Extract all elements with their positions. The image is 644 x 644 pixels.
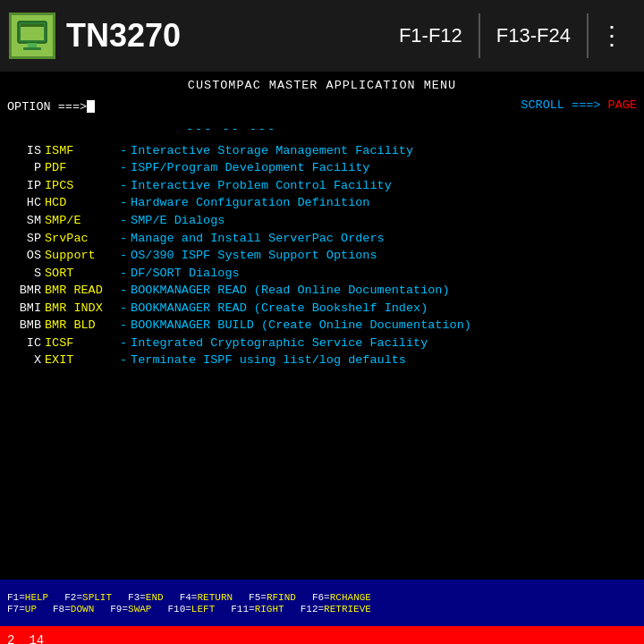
menu-row-cmd: HCD [45, 194, 116, 212]
menu-row-desc: Terminate ISPF using list/log defaults [131, 352, 406, 369]
menu-row-dash: - [120, 159, 127, 177]
menu-row-opt: IS [7, 142, 41, 160]
menu-row-opt: P [7, 159, 41, 177]
fkey-item[interactable]: F10=LEFT [167, 604, 215, 614]
menu-row-cmd: EXIT [45, 352, 116, 369]
menu-row: BMRBMR READ-BOOKMANAGER READ (Read Onlin… [7, 282, 637, 300]
terminal-area: CUSTOMPAC MASTER APPLICATION MENU OPTION… [0, 72, 644, 580]
menu-row: OSSupport-OS/390 ISPF System Support Opt… [7, 247, 637, 265]
fkey-item[interactable]: F1=HELP [7, 592, 48, 603]
menu-row-dash: - [120, 335, 127, 352]
option-prompt-line: OPTION ===> [7, 98, 95, 116]
menu-row-cmd: ICSF [45, 335, 116, 352]
f13f24-button[interactable]: F13-F24 [480, 19, 587, 53]
fkey-item[interactable]: F4=RETURN [180, 592, 233, 603]
scroll-value: PAGE [608, 98, 637, 112]
menu-row-opt: SM [7, 212, 41, 230]
menu-row: ICICSF-Integrated Cryptographic Service … [7, 335, 637, 352]
menu-row-desc: ISPF/Program Development Facility [131, 159, 369, 177]
menu-row-opt: OS [7, 247, 41, 265]
menu-row-dash: - [120, 177, 127, 195]
menu-row-desc: Hardware Configuration Definition [131, 194, 369, 212]
menu-row-cmd: BMR READ [45, 282, 116, 300]
fkey-row1: F1=HELPF2=SPLITF3=ENDF4=RETURNF5=RFINDF6… [7, 592, 637, 603]
fkey-item[interactable]: F3=END [128, 592, 164, 603]
menu-row-cmd: ISMF [45, 142, 116, 160]
status-item-1: 2 [7, 633, 14, 644]
fkey-item[interactable]: F5=RFIND [249, 592, 296, 603]
fkey-item[interactable]: F7=UP [7, 604, 37, 614]
menu-row-desc: OS/390 ISPF System Support Options [131, 247, 377, 265]
scroll-line: SCROLL ===> PAGE [521, 97, 637, 114]
fkey-item[interactable]: F6=RCHANGE [312, 592, 371, 603]
svg-rect-3 [28, 43, 37, 47]
status-bar: 2 14 [0, 626, 644, 644]
menu-row-cmd: SrvPac [45, 230, 116, 248]
menu-row: BMIBMR INDX-BOOKMANAGER READ (Create Boo… [7, 300, 637, 318]
menu-row-opt: BMB [7, 317, 41, 335]
menu-row-cmd: BMR BLD [45, 317, 116, 335]
menu-row-dash: - [120, 194, 127, 212]
dashes-line: --- -- --- [7, 121, 637, 139]
menu-row-desc: Interactive Problem Control Facility [131, 177, 392, 195]
menu-row-desc: DF/SORT Dialogs [131, 265, 240, 283]
menu-row-opt: SP [7, 230, 41, 248]
menu-row-dash: - [120, 142, 127, 160]
svg-rect-4 [23, 47, 41, 50]
menu-row-dash: - [120, 230, 127, 248]
menu-row-opt: HC [7, 194, 41, 212]
option-label: OPTION ===> [7, 98, 87, 116]
menu-row-opt: X [7, 352, 41, 369]
app-icon [9, 13, 55, 59]
menu-row-dash: - [120, 300, 127, 318]
scroll-label: SCROLL ===> [521, 98, 600, 112]
menu-row-opt: IP [7, 177, 41, 195]
top-bar: TN3270 F1-F12 F13-F24 ⋮ [0, 0, 644, 72]
menu-row: SSORT-DF/SORT Dialogs [7, 265, 637, 283]
menu-row-cmd: BMR INDX [45, 300, 116, 318]
menu-row-dash: - [120, 265, 127, 283]
cursor [87, 100, 95, 113]
menu-row-dash: - [120, 282, 127, 300]
menu-row-cmd: IPCS [45, 177, 116, 195]
menu-row-cmd: PDF [45, 159, 116, 177]
app-title: TN3270 [66, 17, 383, 55]
f1f12-button[interactable]: F1-F12 [383, 19, 479, 53]
fkey-item[interactable]: F11=RIGHT [231, 604, 284, 614]
menu-row: SMSMP/E-SMP/E Dialogs [7, 212, 637, 230]
menu-row-dash: - [120, 247, 127, 265]
menu-row-desc: BOOKMANAGER READ (Read Online Documentat… [131, 282, 449, 300]
menu-row: ISISMF-Interactive Storage Management Fa… [7, 142, 637, 160]
menu-row-cmd: SMP/E [45, 212, 116, 230]
menu-row-desc: BOOKMANAGER BUILD (Create Online Documen… [131, 317, 471, 335]
menu-row-dash: - [120, 352, 127, 369]
fkey-item[interactable]: F2=SPLIT [64, 592, 112, 603]
menu-row-opt: BMR [7, 282, 41, 300]
menu-row: PPDF-ISPF/Program Development Facility [7, 159, 637, 177]
menu-row: XEXIT-Terminate ISPF using list/log defa… [7, 352, 637, 369]
menu-row-cmd: SORT [45, 265, 116, 283]
menu-row-desc: SMP/E Dialogs [131, 212, 225, 230]
status-item-2: 14 [29, 633, 44, 644]
fkey-item[interactable]: F9=SWAP [110, 604, 151, 614]
menu-row: HCHCD-Hardware Configuration Definition [7, 194, 637, 212]
menu-row-dash: - [120, 317, 127, 335]
svg-rect-2 [21, 24, 44, 27]
menu-row-desc: Interactive Storage Management Facility [131, 142, 413, 160]
menu-row-desc: Integrated Cryptographic Service Facilit… [131, 335, 428, 352]
menu-row: IPIPCS-Interactive Problem Control Facil… [7, 177, 637, 195]
menu-row-dash: - [120, 212, 127, 230]
menu-title: CUSTOMPAC MASTER APPLICATION MENU [7, 77, 637, 95]
terminal-content: CUSTOMPAC MASTER APPLICATION MENU OPTION… [0, 72, 644, 580]
menu-row-desc: Manage and Install ServerPac Orders [131, 230, 385, 248]
menu-row: BMBBMR BLD-BOOKMANAGER BUILD (Create Onl… [7, 317, 637, 335]
fkey-item[interactable]: F8=DOWN [53, 604, 94, 614]
menu-row-opt: BMI [7, 300, 41, 318]
fkey-item[interactable]: F12=RETRIEVE [301, 604, 371, 614]
menu-row: SPSrvPac-Manage and Install ServerPac Or… [7, 230, 637, 248]
menu-row-opt: S [7, 265, 41, 283]
menu-row-opt: IC [7, 335, 41, 352]
menu-row-desc: BOOKMANAGER READ (Create Bookshelf Index… [131, 300, 428, 318]
menu-row-cmd: Support [45, 247, 116, 265]
more-button[interactable]: ⋮ [589, 15, 635, 56]
